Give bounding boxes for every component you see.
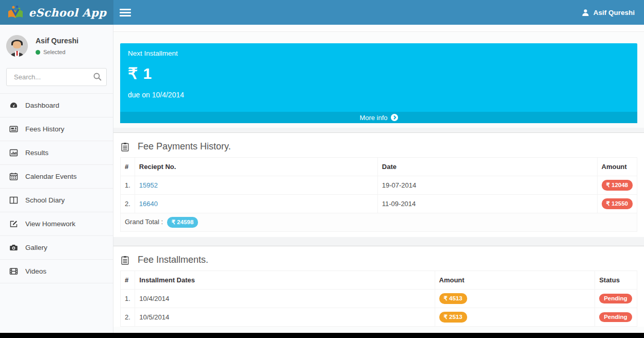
table-header-row: # Installment Dates Amount Status — [121, 271, 637, 290]
sidebar-item-label: Results — [25, 149, 48, 157]
fee-payments-header: Fee Payments History. — [120, 133, 637, 157]
more-info-link[interactable]: More info — [120, 112, 637, 123]
newspaper-icon — [9, 125, 18, 133]
user-menu[interactable]: Asif Qureshi — [572, 0, 644, 25]
col-header-num: # — [121, 158, 135, 176]
col-header-date: Date — [377, 158, 597, 176]
table-row: 2. 10/5/2014 ₹ 2513 Pending — [121, 308, 637, 327]
col-header-receipt: Reciept No. — [135, 158, 377, 176]
sidebar-item-label: Fees History — [25, 125, 64, 133]
sidebar-item-label: View Homework — [25, 220, 75, 228]
payments-table: # Reciept No. Date Amount 1. 15952 19-07… — [120, 157, 637, 232]
table-header-row: # Reciept No. Date Amount — [121, 158, 637, 176]
bar-chart-icon — [9, 148, 18, 157]
grand-total-label: Grand Total : — [125, 218, 163, 226]
sidebar-user-panel: Asif Qureshi Selected — [0, 25, 113, 62]
fee-installments-header: Fee Installments. — [120, 246, 637, 271]
sidebar-item-dashboard[interactable]: Dashboard — [0, 94, 113, 117]
eschool-app: eSchool App Asif Qureshi — [0, 0, 644, 338]
receipt-link[interactable]: 15952 — [139, 181, 158, 189]
next-installment-box: Next Installment ₹ 1 due on 10/4/2014 Mo… — [120, 43, 637, 123]
fee-installments-section: Fee Installments. # Installment Dates Am… — [113, 246, 644, 327]
sidebar-user-name: Asif Qureshi — [36, 37, 78, 45]
status-dot-icon — [36, 50, 40, 55]
section-title: Fee Installments. — [138, 255, 208, 265]
grand-total-row: Grand Total : ₹ 24598 — [121, 213, 637, 232]
top-navbar: eSchool App Asif Qureshi — [0, 0, 644, 25]
sidebar-item-label: Gallery — [25, 244, 47, 251]
table-row: 1. 10/4/2014 ₹ 4513 Pending — [121, 290, 637, 308]
edit-icon — [9, 219, 18, 228]
sidebar: Asif Qureshi Selected — [0, 25, 113, 333]
avatar[interactable] — [6, 35, 28, 57]
sidebar-item-gallery[interactable]: Gallery — [0, 236, 113, 260]
row-number: 2. — [121, 308, 135, 327]
installment-date: 10/5/2014 — [135, 308, 435, 327]
search-input[interactable] — [6, 68, 107, 86]
arrow-circle-right-icon — [391, 114, 398, 121]
grand-total-badge: ₹ 24598 — [167, 217, 199, 228]
sidebar-item-label: Videos — [25, 267, 46, 275]
user-status: Selected — [36, 49, 78, 55]
sidebar-menu: Dashboard Fees History — [0, 93, 113, 283]
installment-date: 10/4/2014 — [135, 290, 435, 308]
camera-icon — [9, 243, 18, 252]
columns-icon — [9, 196, 18, 205]
navbar: Asif Qureshi — [113, 0, 644, 25]
bottom-black-bar — [0, 333, 644, 338]
more-info-label: More info — [359, 114, 387, 122]
search-icon[interactable] — [93, 72, 102, 81]
brand-logo[interactable]: eSchool App — [0, 0, 113, 25]
table-row: 1. 15952 19-07-2014 ₹ 12048 — [121, 176, 637, 195]
status-badge: Pending — [599, 294, 632, 303]
infobox-amount: ₹ 1 — [128, 64, 630, 82]
dashboard-icon — [9, 101, 18, 110]
section-divider — [113, 128, 644, 133]
section-divider — [113, 237, 644, 246]
amount-badge: ₹ 12048 — [602, 180, 633, 191]
film-icon — [9, 267, 18, 276]
sidebar-item-label: Calendar Events — [25, 173, 77, 180]
sidebar-toggle-button[interactable] — [113, 0, 137, 25]
content-top-strip — [113, 25, 644, 32]
payment-date: 19-07-2014 — [377, 176, 597, 195]
amount-badge: ₹ 4513 — [439, 293, 467, 304]
row-number: 2. — [121, 195, 135, 213]
sidebar-search — [6, 68, 107, 86]
sidebar-item-label: Dashboard — [25, 102, 59, 109]
sidebar-item-view-homework[interactable]: View Homework — [0, 212, 113, 236]
nav-user-name: Asif Qureshi — [593, 9, 635, 16]
user-icon — [582, 9, 589, 16]
amount-badge: ₹ 2513 — [439, 312, 467, 323]
main-content: Next Installment ₹ 1 due on 10/4/2014 Mo… — [113, 25, 644, 333]
sidebar-item-calendar-events[interactable]: Calendar Events — [0, 165, 113, 189]
amount-badge: ₹ 12550 — [602, 198, 633, 209]
sidebar-item-fees-history[interactable]: Fees History — [0, 117, 113, 141]
sidebar-item-label: School Diary — [25, 196, 65, 204]
col-header-amount: Amount — [435, 271, 595, 290]
col-header-amount: Amount — [597, 158, 637, 176]
clipboard-icon — [121, 256, 129, 265]
table-row: 2. 16640 11-09-2014 ₹ 12550 — [121, 195, 637, 213]
infobox-due-date: due on 10/4/2014 — [128, 91, 630, 99]
col-header-num: # — [121, 271, 135, 290]
clipboard-icon — [121, 142, 129, 151]
infobox-title: Next Installment — [128, 49, 630, 57]
sidebar-item-results[interactable]: Results — [0, 141, 113, 165]
fee-payments-section: Fee Payments History. # Reciept No. Date… — [113, 133, 644, 237]
receipt-link[interactable]: 16640 — [139, 200, 158, 208]
sidebar-item-school-diary[interactable]: School Diary — [0, 189, 113, 212]
row-number: 1. — [121, 290, 135, 308]
sidebar-item-videos[interactable]: Videos — [0, 260, 113, 283]
eschool-logo-icon — [7, 5, 24, 20]
brand-name: eSchool App — [28, 6, 106, 19]
section-title: Fee Payments History. — [138, 141, 231, 152]
col-header-dates: Installment Dates — [135, 271, 435, 290]
status-label: Selected — [43, 49, 65, 55]
calendar-icon — [9, 172, 18, 181]
installments-table: # Installment Dates Amount Status 1. 10/… — [120, 271, 637, 327]
status-badge: Pending — [599, 312, 632, 322]
payment-date: 11-09-2014 — [377, 195, 597, 213]
row-number: 1. — [121, 176, 135, 195]
col-header-status: Status — [595, 271, 637, 290]
